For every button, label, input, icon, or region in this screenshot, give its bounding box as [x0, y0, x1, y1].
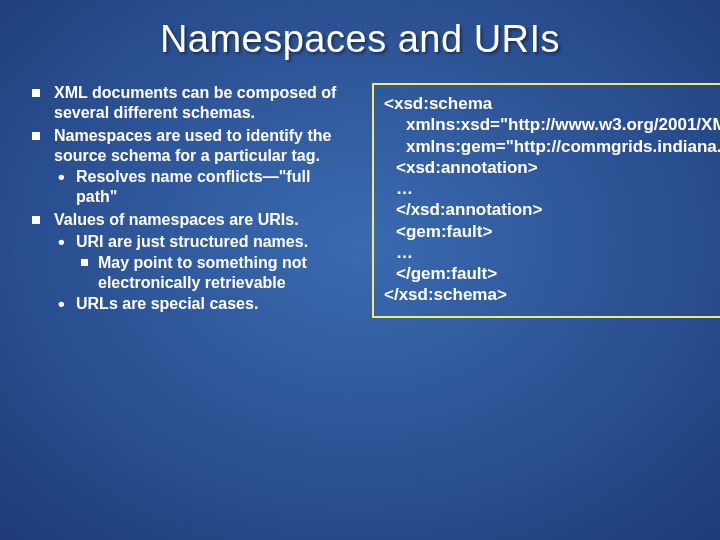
- bullet-column: XML documents can be composed of several…: [28, 83, 356, 318]
- sub-bullet-list: Resolves name conflicts—"full path": [54, 167, 356, 206]
- bullet-list: XML documents can be composed of several…: [28, 83, 356, 314]
- bullet-item: XML documents can be composed of several…: [28, 83, 356, 122]
- code-line: …: [384, 178, 720, 199]
- code-line: xmlns:xsd="http://www.w3.org/2001/XMLSch…: [384, 114, 720, 135]
- bullet-item: Values of namespaces are URIs. URI are j…: [28, 210, 356, 314]
- code-line: </xsd:schema>: [384, 285, 507, 304]
- code-line: xmlns:gem="http://commgrids.indiana.edu/…: [384, 136, 720, 157]
- bullet-text: XML documents can be composed of several…: [54, 84, 336, 121]
- code-line: </gem:fault>: [384, 263, 720, 284]
- code-column: <xsd:schema xmlns:xsd="http://www.w3.org…: [372, 83, 720, 318]
- code-line: <xsd:schema: [384, 94, 492, 113]
- bullet-item: Namespaces are used to identify the sour…: [28, 126, 356, 206]
- code-box: <xsd:schema xmlns:xsd="http://www.w3.org…: [372, 83, 720, 318]
- sub-sub-bullet-list: May point to something not electronicall…: [76, 253, 356, 292]
- sub-bullet-list: URI are just structured names. May point…: [54, 232, 356, 314]
- content-columns: XML documents can be composed of several…: [28, 83, 692, 318]
- bullet-text: Namespaces are used to identify the sour…: [54, 127, 331, 164]
- bullet-text: Resolves name conflicts—"full path": [76, 168, 310, 205]
- slide-title: Namespaces and URIs: [28, 18, 692, 61]
- bullet-text: URI are just structured names.: [76, 233, 308, 250]
- sub-bullet-item: URI are just structured names. May point…: [54, 232, 356, 293]
- bullet-text: URLs are special cases.: [76, 295, 258, 312]
- sub-sub-bullet-item: May point to something not electronicall…: [76, 253, 356, 292]
- code-line: <xsd:annotation>: [384, 157, 720, 178]
- sub-bullet-item: URLs are special cases.: [54, 294, 356, 314]
- sub-bullet-item: Resolves name conflicts—"full path": [54, 167, 356, 206]
- code-line: <gem:fault>: [384, 221, 720, 242]
- bullet-text: Values of namespaces are URIs.: [54, 211, 299, 228]
- bullet-text: May point to something not electronicall…: [98, 254, 307, 291]
- code-line: …: [384, 242, 720, 263]
- slide: Namespaces and URIs XML documents can be…: [0, 0, 720, 540]
- code-line: </xsd:annotation>: [384, 199, 720, 220]
